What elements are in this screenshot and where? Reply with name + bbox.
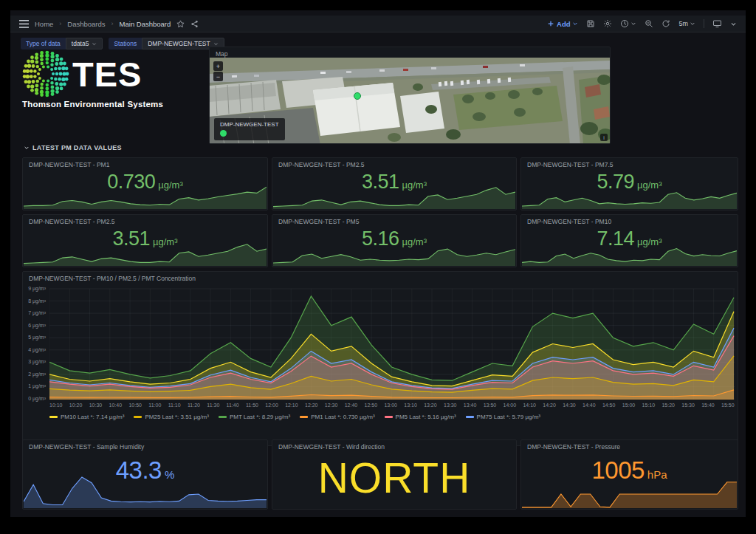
y-axis-tick: 1 µg/m³ xyxy=(28,383,46,388)
x-axis-tick: 15:00 xyxy=(622,403,636,408)
legend-item-pm5[interactable]: PM5 Last *: 5.16 µg/m³ xyxy=(385,414,456,420)
breadcrumb-home[interactable]: Home xyxy=(35,20,53,28)
x-axis-tick: 14:20 xyxy=(543,403,556,408)
row-latest-pm-data[interactable]: LATEST PM DATA VALUES xyxy=(24,144,122,151)
map-attribution-icon[interactable]: i xyxy=(600,134,608,141)
x-axis-tick: 12:30 xyxy=(325,403,338,408)
stat-panel-title: DMP-NEWGEN-TEST - PM10 xyxy=(521,215,738,225)
star-icon[interactable] xyxy=(176,20,185,28)
breadcrumb-dashboards[interactable]: Dashboards xyxy=(67,20,105,28)
humidity-panel-title: DMP-NEWGEN-TEST - Sample Humidity xyxy=(23,440,267,451)
stat-panel-title: DMP-NEWGEN-TEST - PM7.5 xyxy=(521,158,738,168)
save-icon[interactable] xyxy=(586,19,595,28)
legend-item-pm25[interactable]: PM25 Last *: 3.51 µg/m³ xyxy=(134,414,208,420)
stat-sparkline xyxy=(273,241,515,266)
kiosk-monitor-icon[interactable] xyxy=(712,19,722,28)
share-icon[interactable] xyxy=(190,20,199,28)
humidity-sparkline xyxy=(24,474,267,508)
x-axis-tick: 13:00 xyxy=(384,403,397,408)
y-axis-tick: 5 µg/m³ xyxy=(28,335,46,340)
map-legend-label: DMP-NEWGEN-TEST xyxy=(220,121,279,128)
x-axis-tick: 15:20 xyxy=(662,403,675,408)
type-of-data-filter: Type of data tdata5 xyxy=(21,38,103,49)
legend-item-pm1[interactable]: PM1 Last *: 0.730 µg/m³ xyxy=(300,414,374,420)
stat-panel-title: DMP-NEWGEN-TEST - PM5 xyxy=(272,215,516,225)
x-axis-tick: 10:40 xyxy=(109,403,123,408)
add-button[interactable]: Add xyxy=(547,20,578,28)
legend-item-pm75[interactable]: PM75 Last *: 5.79 µg/m³ xyxy=(466,414,540,420)
legend-swatch xyxy=(49,416,58,418)
stations-label: Stations xyxy=(109,38,142,49)
stat-sparkline xyxy=(273,184,515,209)
wind-direction-value: NORTH xyxy=(272,446,516,509)
x-axis-tick: 12:50 xyxy=(365,403,378,408)
x-axis-tick: 10:50 xyxy=(128,403,142,408)
x-axis-tick: 13:10 xyxy=(404,403,417,408)
x-axis-tick: 10:30 xyxy=(89,403,103,408)
legend-item-pmt[interactable]: PMT Last *: 8.29 µg/m³ xyxy=(219,414,290,420)
chart-legend: PM10 Last *: 7.14 µg/m³PM25 Last *: 3.51… xyxy=(49,414,540,420)
x-axis-tick: 12:10 xyxy=(285,403,298,408)
settings-gear-icon[interactable] xyxy=(603,19,612,28)
legend-swatch xyxy=(219,416,227,418)
pressure-panel-title: DMP-NEWGEN-TEST - Pressure xyxy=(521,440,738,451)
x-axis-tick: 14:40 xyxy=(583,403,596,408)
x-axis-tick: 15:40 xyxy=(701,403,715,408)
breadcrumb-separator: › xyxy=(59,20,61,27)
legend-label: PMT Last *: 8.29 µg/m³ xyxy=(230,414,290,420)
chevron-down-icon xyxy=(24,145,30,151)
pm-concentration-chart-panel: DMP-NEWGEN-TEST - PM10 / PM2.5 / PMT Con… xyxy=(22,271,738,446)
x-axis-tick: 12:40 xyxy=(345,403,358,408)
stat-sparkline xyxy=(24,241,267,266)
map-panel-title: Map xyxy=(210,47,610,58)
time-range-picker[interactable] xyxy=(620,19,636,28)
legend-label: PM5 Last *: 5.16 µg/m³ xyxy=(396,414,456,420)
refresh-interval-select[interactable]: 5m xyxy=(678,20,695,27)
x-axis-tick: 11:30 xyxy=(207,403,219,408)
chart-plot-area[interactable] xyxy=(49,288,735,400)
x-axis-tick: 10:10 xyxy=(49,403,63,408)
type-of-data-select[interactable]: tdata5 xyxy=(66,38,103,49)
stat-panel-pm1: DMP-NEWGEN-TEST - PM1 0.730 µg/m³ xyxy=(22,157,268,210)
map-zoom-in-button[interactable]: + xyxy=(213,61,223,71)
map-zoom-out-button[interactable]: − xyxy=(213,72,223,81)
pressure-sparkline xyxy=(522,474,737,508)
y-axis-tick: 3 µg/m³ xyxy=(28,359,46,364)
refresh-icon[interactable] xyxy=(662,19,670,28)
x-axis-tick: 11:00 xyxy=(148,403,161,408)
x-axis-tick: 11:50 xyxy=(246,403,258,408)
y-axis-tick: 7 µg/m³ xyxy=(28,310,46,315)
zoom-out-icon[interactable] xyxy=(645,19,653,28)
x-axis-tick: 15:50 xyxy=(721,403,735,408)
y-axis-tick: 6 µg/m³ xyxy=(28,323,46,328)
map-legend: DMP-NEWGEN-TEST xyxy=(214,118,285,140)
chevron-down-icon[interactable] xyxy=(730,21,737,27)
chart-x-axis: 10:1010:2010:3010:4010:5011:0011:1011:20… xyxy=(49,403,735,408)
legend-label: PM10 Last *: 7.14 µg/m³ xyxy=(61,414,124,420)
station-marker xyxy=(354,93,361,100)
x-axis-tick: 11:20 xyxy=(188,403,200,408)
x-axis-tick: 14:50 xyxy=(602,403,616,408)
toolbar-divider xyxy=(704,19,704,28)
menu-icon[interactable] xyxy=(19,20,29,28)
legend-item-pm10[interactable]: PM10 Last *: 7.14 µg/m³ xyxy=(49,414,124,420)
stat-panel-pm25-b: DMP-NEWGEN-TEST - PM2.5 3.51 µg/m³ xyxy=(22,214,268,267)
refresh-interval-value: 5m xyxy=(678,20,688,27)
x-axis-tick: 13:50 xyxy=(484,403,497,408)
x-axis-tick: 14:00 xyxy=(504,403,517,408)
dashboard: Home › Dashboards › Main Dashboard Add xyxy=(10,10,746,517)
x-axis-tick: 14:10 xyxy=(523,403,536,408)
y-axis-tick: 9 µg/m³ xyxy=(28,286,46,291)
humidity-panel: DMP-NEWGEN-TEST - Sample Humidity 43.3 % xyxy=(22,439,268,510)
type-of-data-value: tdata5 xyxy=(72,40,89,47)
stat-sparkline xyxy=(522,184,737,209)
logo-title: TES xyxy=(72,57,142,92)
legend-swatch xyxy=(466,416,474,418)
stat-panel-title: DMP-NEWGEN-TEST - PM2.5 xyxy=(272,158,516,168)
top-navbar: Home › Dashboards › Main Dashboard Add xyxy=(10,16,746,32)
y-axis-tick: 0 µg/m³ xyxy=(28,396,46,401)
pressure-panel: DMP-NEWGEN-TEST - Pressure 1005 hPa xyxy=(520,439,738,510)
stat-panel-pm10: DMP-NEWGEN-TEST - PM10 7.14 µg/m³ xyxy=(520,214,738,267)
stations-filter: Stations DMP-NEWGEN-TEST xyxy=(109,38,224,49)
stat-panel-pm25-a: DMP-NEWGEN-TEST - PM2.5 3.51 µg/m³ xyxy=(272,157,517,210)
